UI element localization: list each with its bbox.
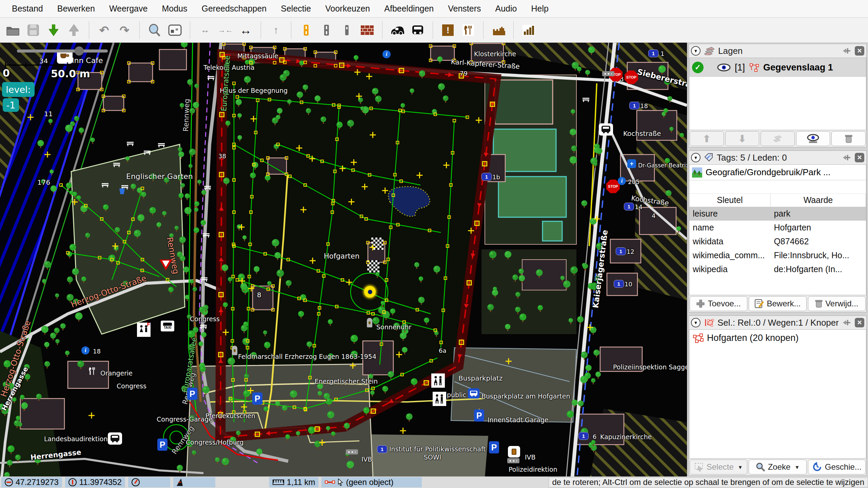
toolbar-preset-bus[interactable]: [409, 21, 427, 40]
scale-ruler: [5, 62, 83, 68]
selection-search-button[interactable]: Zoeke▼: [749, 460, 806, 474]
menu-gereedschappen[interactable]: Gereedschappen: [194, 0, 274, 17]
zoom-slider[interactable]: [17, 49, 108, 53]
map-label: Landesbaudirektion: [44, 435, 108, 443]
menu-help[interactable]: Help: [524, 0, 555, 17]
menu-bestand[interactable]: Bestand: [5, 0, 50, 17]
tag-row-leisure[interactable]: leisurepark: [689, 207, 866, 221]
status-angle: [173, 477, 215, 487]
main-toolbar: ↶↷↔→←↔↑!: [0, 18, 868, 43]
menu-bewerken[interactable]: Bewerken: [50, 0, 102, 17]
selection-panel: ▼ Sel.: Rel.:0 / Wegen:1 / Knoper ✕: [689, 316, 867, 476]
toolbar-undo[interactable]: ↶: [95, 21, 113, 40]
zoom-slider-knob[interactable]: [75, 46, 84, 56]
tags-panel: ▼ Tags: 5 / Leden: 0 ✕ Geografie/Grondge…: [689, 150, 867, 312]
toolbar-preset-bollard-gray[interactable]: [318, 21, 335, 40]
tags-table[interactable]: Sleutel Waarde leisureparknameHofgartenw…: [689, 194, 866, 276]
map-label: Haus der Begegnung: [220, 87, 288, 94]
tags-panel-title: Tags: 5 / Leden: 0: [717, 152, 839, 163]
toolbar-save[interactable]: [24, 21, 42, 40]
map-canvas[interactable]: 0 50.0 m level: -1 Inn Cafe3411176Teleko…: [0, 43, 687, 477]
toolbar-move-up-tool[interactable]: ↑: [267, 21, 285, 40]
toolbar-open-file[interactable]: [4, 21, 22, 40]
pin-icon[interactable]: [842, 318, 852, 327]
layer-active-check-icon[interactable]: ✓: [692, 62, 704, 73]
toolbar-redo[interactable]: ↷: [116, 21, 133, 40]
layer-move-down-button[interactable]: ⬇: [725, 131, 760, 146]
selection-list[interactable]: Hofgarten (20 knopen): [689, 329, 866, 459]
toolbar-preset-restaurant[interactable]: [459, 21, 477, 40]
map-icon-n1: 1: [648, 49, 658, 57]
selection-item[interactable]: Hofgarten (20 knopen): [689, 330, 866, 346]
tag-row-wikipedia[interactable]: wikipediade:Hofgarten (In...: [689, 262, 866, 276]
menu-selectie[interactable]: Selectie: [274, 0, 318, 17]
layers-list[interactable]: ✓ [1] Gegevenslaag 1: [689, 58, 866, 130]
toolbar-combine-ways-tool[interactable]: ↔: [237, 21, 255, 40]
layer-move-up-button[interactable]: ⬆: [690, 131, 724, 146]
layer-row[interactable]: ✓ [1] Gegevenslaag 1: [689, 58, 866, 77]
menu-afbeeldingen[interactable]: Afbeeldingen: [377, 0, 441, 17]
close-icon[interactable]: ✕: [855, 153, 864, 162]
layer-merge-button[interactable]: [761, 131, 795, 146]
toolbar-preset-post[interactable]: [338, 21, 356, 40]
tag-delete-button[interactable]: Verwijd...: [808, 296, 866, 311]
map-icon-n1: 1: [481, 173, 492, 181]
tag-edit-button[interactable]: Bewerk...: [749, 296, 806, 311]
map-label: Kapuzinerkirche: [600, 433, 652, 441]
pin-icon[interactable]: [842, 153, 852, 162]
angle-icon: [177, 479, 183, 486]
map-icon-mon: [232, 346, 237, 355]
tag-row-wikimedia_comm...[interactable]: wikimedia_comm...File:Innsbruck, Ho...: [689, 248, 866, 262]
map-icon-bench: [101, 182, 109, 189]
map-icon-busw: [599, 123, 613, 136]
toolbar-preset-works[interactable]: [520, 21, 537, 40]
map-label: Dr-Gasser Beatrix: [638, 162, 687, 169]
collapse-icon[interactable]: ▼: [691, 153, 701, 162]
collapse-icon[interactable]: ▼: [691, 318, 701, 327]
preset-row[interactable]: Geografie/Grondgebruik/Park ...: [689, 165, 866, 180]
layer-visibility-button[interactable]: [796, 131, 830, 146]
layer-visible-eye-icon[interactable]: [717, 63, 731, 72]
status-latitude: 47.2719273: [1, 477, 62, 487]
toolbar-preset-wall[interactable]: [358, 21, 376, 40]
selection-select-button[interactable]: Selecte▼: [690, 460, 747, 474]
tags-toolbar: Toevoe... Bewerk... Verwijd...: [689, 295, 866, 312]
menu-modus[interactable]: Modus: [155, 0, 194, 17]
close-icon[interactable]: ✕: [855, 318, 864, 327]
menu-weergave[interactable]: Weergave: [102, 0, 155, 17]
map-label: IVB: [361, 455, 372, 463]
tag-row-name[interactable]: nameHofgarten: [689, 221, 866, 235]
toolbar-download-osm-data[interactable]: [45, 21, 62, 40]
toolbar-preset-car[interactable]: [389, 21, 406, 40]
close-icon[interactable]: ✕: [855, 46, 864, 56]
menu-voorkeuzen[interactable]: Voorkeuzen: [318, 0, 377, 17]
toolbar-way-width-tool[interactable]: ↔: [196, 21, 214, 40]
status-distance: 1,11 km: [269, 477, 319, 487]
way-segment-icon: [325, 480, 335, 484]
map-label: InnenStadt Garage: [488, 416, 549, 424]
menu-bar: BestandBewerkenWeergaveModusGereedschapp…: [0, 0, 868, 18]
pin-icon[interactable]: [842, 46, 852, 56]
tag-add-button[interactable]: Toevoe...: [690, 296, 747, 311]
toolbar-separator: [261, 21, 261, 39]
status-longitude: 11.3974352: [65, 477, 125, 487]
toolbar-upload-changes[interactable]: [65, 21, 83, 40]
menu-audio[interactable]: Audio: [488, 0, 524, 17]
selection-history-button[interactable]: Geschie...: [808, 460, 866, 474]
toolbar-zoom-to-selection[interactable]: [146, 21, 163, 40]
toolbar-preset-hazard[interactable]: !: [439, 21, 457, 40]
map-icon-beer: [508, 446, 520, 458]
closed-way-icon: [692, 333, 704, 343]
menu-vensters[interactable]: Vensters: [441, 0, 488, 17]
status-object: (geen object): [321, 477, 422, 487]
toolbar-join-ways-tool[interactable]: →←: [217, 21, 234, 40]
tag-row-wikidata[interactable]: wikidataQ874662: [689, 235, 866, 248]
toolbar-preferences[interactable]: [166, 21, 184, 40]
map-icon-bench: [157, 142, 165, 149]
toolbar-preset-bollard-orange[interactable]: [297, 21, 315, 40]
layer-delete-button[interactable]: [831, 131, 866, 146]
collapse-icon[interactable]: ▼: [691, 46, 701, 56]
toolbar-preset-castle[interactable]: [490, 21, 507, 40]
map-icon-bench: [207, 75, 215, 82]
map-icon-info: i: [382, 50, 391, 58]
